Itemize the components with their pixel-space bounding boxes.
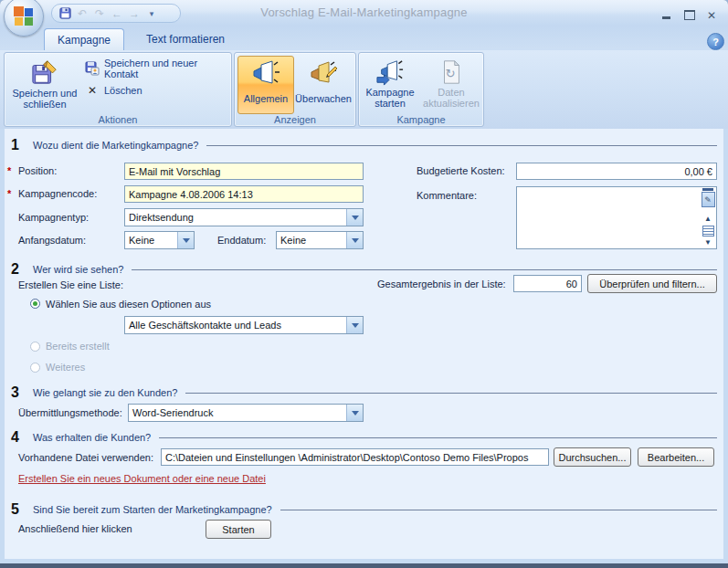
- window-frame-bottom: [0, 563, 728, 568]
- campaign-type-select[interactable]: Direktsendung: [124, 208, 364, 226]
- track-view-label: Überwachen: [295, 93, 352, 104]
- radio-choose-options-label: Wählen Sie aus diesen Optionen aus: [46, 299, 211, 310]
- section-4-heading: 4 Was erhalten die Kunden?: [11, 429, 717, 446]
- start-date-value: Keine: [125, 232, 177, 248]
- review-and-filter-label: Überprüfen und filtern...: [599, 279, 705, 289]
- scroll-down-icon[interactable]: ▼: [704, 238, 712, 247]
- create-new-document-link[interactable]: Erstellen Sie ein neues Dokument oder ei…: [18, 473, 266, 484]
- start-label: Starten: [222, 524, 254, 535]
- section-2-title: Wer wird sie sehen?: [33, 264, 123, 275]
- radio-already-created: [30, 342, 40, 352]
- chevron-down-icon[interactable]: [346, 405, 363, 421]
- previous-item-icon: ←: [110, 6, 124, 21]
- required-marker-code: *: [7, 188, 11, 199]
- radio-selected-dot: [33, 301, 37, 306]
- save-close-label: Speichern und schließen: [9, 88, 80, 110]
- start-button[interactable]: Starten: [206, 520, 271, 539]
- chevron-down-icon[interactable]: [346, 232, 363, 248]
- browse-label: Durchsuchen...: [559, 452, 627, 463]
- comments-scroll-strip: ✎ ▲ ▼: [700, 187, 716, 248]
- chevron-down-icon[interactable]: [177, 232, 194, 248]
- chevron-down-icon[interactable]: [346, 209, 363, 226]
- delivery-method-label: Übermittlungsmethode:: [18, 407, 122, 418]
- position-label: Position:: [18, 165, 57, 176]
- section-5-heading: 5 Sind Sie bereit zum Starten der Market…: [11, 501, 717, 518]
- budget-input[interactable]: [516, 163, 717, 180]
- general-view-button[interactable]: Allgemein: [237, 56, 294, 114]
- section-3-number: 3: [11, 384, 33, 401]
- campaign-window: Vorschlag E-Mail-Marketingkampagne ↶ ↷ ←…: [0, 0, 728, 568]
- campaign-code-label: Kampagnencode:: [18, 188, 97, 199]
- maximize-icon: [684, 10, 695, 20]
- maximize-button[interactable]: [681, 8, 698, 22]
- section-3-title: Wie gelangt sie zu den Kunden?: [33, 387, 177, 398]
- end-date-select[interactable]: Keine: [276, 231, 364, 249]
- section-1-number: 1: [11, 137, 33, 153]
- close-button[interactable]: ✕: [703, 8, 720, 22]
- section-rule: [132, 269, 717, 270]
- delivery-method-select[interactable]: Word-Seriendruck: [128, 404, 364, 422]
- tab-kampagne-label: Kampagne: [58, 34, 111, 47]
- start-date-label: Anfangsdatum:: [18, 235, 86, 246]
- customize-qat-icon[interactable]: ▾: [144, 6, 159, 21]
- help-button[interactable]: ?: [707, 33, 724, 50]
- end-date-value: Keine: [277, 232, 346, 248]
- tab-text-formatieren[interactable]: Text formatieren: [133, 28, 237, 50]
- position-input[interactable]: [124, 163, 364, 180]
- tab-kampagne[interactable]: Kampagne: [44, 28, 124, 51]
- browse-button[interactable]: Durchsuchen...: [554, 447, 631, 467]
- radio-already-created-label: Bereits erstellt: [46, 341, 110, 352]
- ribbon-group-aktionen: Speichern und schließen Speichern und ne…: [4, 52, 232, 127]
- create-list-label: Erstellen Sie eine Liste:: [18, 279, 123, 290]
- list-source-select[interactable]: Alle Geschäftskontakte und Leads: [124, 316, 364, 334]
- section-rule: [280, 510, 717, 510]
- campaign-type-value: Direktsendung: [125, 209, 346, 226]
- section-rule: [159, 437, 717, 438]
- edit-label: Bearbeiten...: [648, 452, 704, 463]
- save-icon[interactable]: [58, 6, 72, 21]
- group-label-kampagne: Kampagne: [359, 114, 483, 125]
- comments-textarea[interactable]: [517, 187, 700, 248]
- office-logo-orange: [14, 6, 24, 16]
- minimize-button[interactable]: [658, 8, 674, 22]
- scroll-up-icon[interactable]: ▲: [704, 215, 712, 224]
- comments-box: ✎ ▲ ▼: [516, 186, 717, 249]
- general-view-label: Allgemein: [244, 93, 288, 104]
- minimize-icon: [662, 16, 670, 19]
- save-new-contact-button[interactable]: Speichern und neuer Kontakt: [85, 60, 231, 77]
- delete-button[interactable]: ✕ Löschen: [85, 82, 142, 99]
- redo-icon: ↷: [92, 6, 107, 21]
- review-and-filter-button[interactable]: Überprüfen und filtern...: [587, 274, 717, 293]
- insert-note-button[interactable]: ✎: [702, 192, 715, 207]
- list-total-label: Gesamtergebnis in der Liste:: [377, 279, 506, 289]
- edit-button[interactable]: Bearbeiten...: [638, 447, 714, 467]
- window-frame-right: [723, 129, 728, 559]
- tab-text-formatieren-label: Text formatieren: [146, 33, 225, 46]
- section-4-number: 4: [11, 429, 33, 446]
- radio-other-label: Weiteres: [46, 362, 85, 373]
- launch-campaign-button[interactable]: Kampagne starten: [361, 56, 419, 109]
- launch-hint-label: Anschließend hier klicken: [18, 523, 132, 534]
- end-date-label: Enddatum:: [217, 235, 266, 246]
- track-view-button[interactable]: Überwachen: [294, 56, 353, 113]
- refresh-data-button: ↻ Daten aktualisieren: [421, 56, 481, 109]
- chevron-down-icon[interactable]: [346, 317, 363, 333]
- section-rule: [185, 393, 717, 394]
- file-path-input[interactable]: [161, 448, 549, 466]
- section-5-number: 5: [11, 501, 33, 518]
- start-date-select[interactable]: Keine: [124, 231, 195, 249]
- radio-other: [30, 363, 40, 373]
- radio-choose-options[interactable]: [30, 299, 40, 309]
- list-total-field: [513, 275, 582, 292]
- delete-label: Löschen: [104, 85, 142, 96]
- campaign-code-input[interactable]: [124, 185, 364, 203]
- svg-text:↻: ↻: [445, 67, 455, 80]
- scroll-thumb-icon[interactable]: [702, 226, 714, 237]
- office-logo-yellow: [15, 17, 23, 26]
- delete-icon: ✕: [85, 84, 100, 97]
- save-and-close-button[interactable]: Speichern und schließen: [8, 56, 81, 110]
- comments-label: Kommentare:: [417, 190, 477, 201]
- ribbon: Speichern und schließen Speichern und ne…: [0, 50, 728, 130]
- list-source-value: Alle Geschäftskontakte und Leads: [125, 317, 346, 333]
- general-megaphone-icon: [251, 58, 280, 88]
